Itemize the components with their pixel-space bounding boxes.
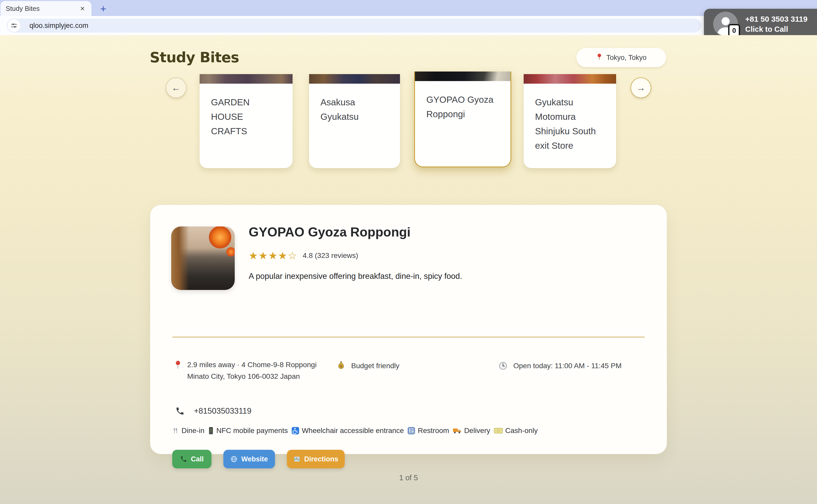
hours-item: Open today: 11:00 AM - 11:45 PM [498,360,622,372]
address-bar[interactable]: qloo.simplyjec.com [7,19,701,33]
click-to-call-overlay[interactable]: 0 +81 50 3503 3119 Click to Call [704,9,817,39]
restaurant-card-name: GYOPAO Gyoza Roppongi [415,81,510,121]
restaurant-photo [524,74,616,84]
arrow-right-icon: → [636,82,646,93]
star-rating-icons: ★★★★☆ [249,249,297,262]
amenity-label: Dine-in [182,427,205,435]
amenity-restroom: Restroom [407,427,449,435]
amenity-label: Wheelchair accessible entrance [302,427,404,435]
restaurant-card[interactable]: Gyukatsu Motomura Shinjuku South exit St… [524,74,616,168]
delivery-icon [453,427,461,434]
rating-row: ★★★★☆ 4.8 (323 reviews) [249,249,358,262]
address-line-2: Minato City, Tokyo 106-0032 Japan [187,372,300,380]
phone-row[interactable]: +815035033119 [175,406,252,416]
divider [172,337,645,337]
new-tab-button[interactable]: + [97,2,110,15]
phone-receiver-icon [175,406,185,416]
browser-tabstrip: Study Bites × + [0,0,817,16]
amenity-label: NFC mobile payments [216,427,288,435]
screen: Study Bites × + qloo.simplyjec.com [0,0,817,504]
restaurant-description: A popular inexpensive offering breakfast… [249,272,462,281]
price-item: $ Budget friendly [337,360,399,372]
address-text: 2.9 miles away · 4 Chome-9-8 Roppongi Mi… [187,359,317,382]
browser-toolbar: qloo.simplyjec.com [0,16,817,35]
restaurant-card-name: Asakusa Gyukatsu [309,84,400,124]
call-button[interactable]: Call [172,450,211,468]
restaurant-photo [309,74,400,84]
money-bag-icon: $ [337,361,345,371]
directions-button-label: Directions [304,455,338,463]
site-logo[interactable]: Study Bites [150,49,239,66]
address-item: 2.9 miles away · 4 Chome-9-8 Roppongi Mi… [174,359,317,382]
map-pin-icon [596,53,603,62]
restaurant-photo [200,74,293,84]
amenity-nfc-payments: NFC mobile payments [208,427,288,435]
url-text: qloo.simplyjec.com [29,22,88,30]
mobile-payments-icon [208,427,214,435]
amenities-row: Dine-in NFC mobile payments [172,427,653,435]
rating-text: 4.8 (323 reviews) [303,251,358,260]
dine-in-icon [172,427,179,434]
website-button[interactable]: Website [223,450,275,468]
amenity-dine-in: Dine-in [172,427,205,435]
carousel-next-button[interactable]: → [631,77,651,98]
restaurant-card[interactable]: GARDEN HOUSE CRAFTS [200,74,293,168]
phone-receiver-icon [180,455,187,463]
page-background: Study Bites Tokyo, Tokyo ← → GARDEN HOUS… [0,35,817,504]
wheelchair-icon [292,427,299,435]
website-button-label: Website [241,455,268,463]
restaurant-detail-photo [171,226,235,290]
amenity-delivery: Delivery [453,427,490,435]
amenity-cash-only: Cash-only [494,427,538,435]
amenity-wheelchair: Wheelchair accessible entrance [292,427,404,435]
address-line-1: 2.9 miles away · 4 Chome-9-8 Roppongi [187,361,317,369]
price-label: Budget friendly [351,360,399,372]
restaurant-name: GYOPAO Gyoza Roppongi [249,225,411,240]
tab-close-icon[interactable]: × [78,5,86,12]
location-label: Tokyo, Tokyo [606,54,647,62]
tab-title: Study Bites [6,5,78,13]
carousel-prev-button[interactable]: ← [166,77,186,98]
restaurant-card[interactable]: Asakusa Gyukatsu [309,74,400,168]
browser-tab[interactable]: Study Bites × [1,1,91,16]
map-pin-icon [174,360,182,371]
arrow-left-icon: ← [171,82,181,93]
call-overlay-texts: +81 50 3503 3119 Click to Call [745,14,807,34]
caller-avatar: 0 [713,12,738,36]
clock-icon [498,361,508,371]
restaurant-card-name: Gyukatsu Motomura Shinjuku South exit St… [524,84,616,153]
location-pill[interactable]: Tokyo, Tokyo [576,48,666,67]
amenity-label: Cash-only [505,427,538,435]
site-settings-icon[interactable] [8,19,20,32]
pagination-indicator: 1 of 5 [0,474,817,482]
phone-number: +815035033119 [194,406,252,416]
call-button-label: Call [191,455,204,463]
click-to-call-label[interactable]: Click to Call [745,24,807,34]
overlay-phone-number: +81 50 3503 3119 [745,14,807,24]
restaurant-card-name: GARDEN HOUSE CRAFTS [200,84,293,138]
directions-button[interactable]: Directions [287,450,345,468]
amenity-label: Restroom [418,427,449,435]
map-icon [293,455,301,463]
amenity-label: Delivery [464,427,490,435]
hours-label: Open today: 11:00 AM - 11:45 PM [513,360,622,372]
restaurant-photo [415,72,510,81]
restaurant-detail-card: GYOPAO Gyoza Roppongi ★★★★☆ 4.8 (323 rev… [150,205,667,454]
cash-icon [494,428,503,434]
restaurant-card-selected[interactable]: GYOPAO Gyoza Roppongi [414,72,511,167]
svg-text:$: $ [340,364,342,368]
action-buttons: Call Website [172,450,345,468]
restroom-icon [407,427,415,435]
globe-icon [230,455,238,463]
